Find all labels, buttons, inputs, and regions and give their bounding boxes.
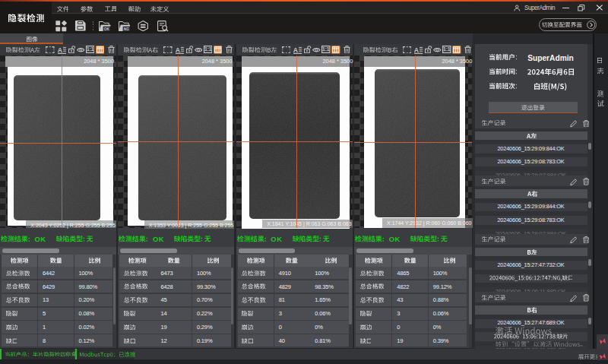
svg-text:A: A — [414, 46, 419, 54]
svg-text:A: A — [293, 46, 298, 54]
svg-text:A: A — [58, 46, 62, 54]
svg-text:OK: OK — [104, 27, 110, 30]
svg-text:NG: NG — [123, 27, 128, 30]
svg-text:1:1: 1:1 — [204, 47, 212, 52]
svg-text:A: A — [176, 46, 180, 54]
svg-text:1:1: 1:1 — [86, 47, 93, 52]
svg-text:1:1: 1:1 — [322, 47, 330, 52]
svg-text:1:1: 1:1 — [443, 47, 451, 52]
